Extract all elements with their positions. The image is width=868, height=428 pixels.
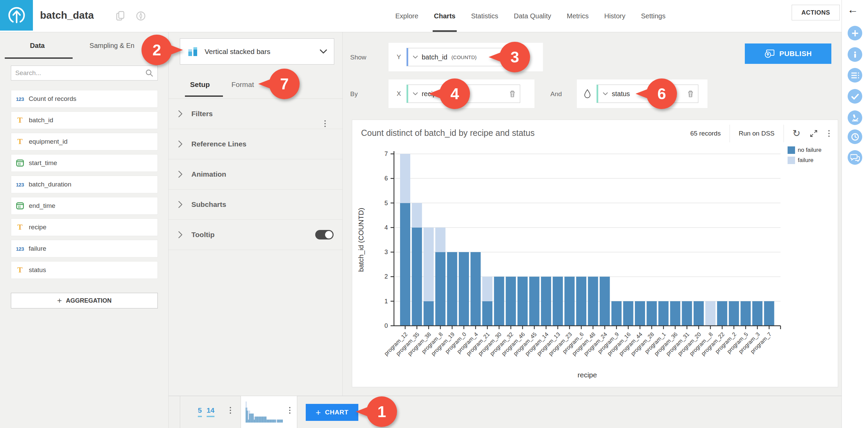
field-item-batch_duration[interactable]: 123batch_duration xyxy=(11,176,158,193)
legend-item[interactable]: no failure xyxy=(788,146,822,154)
nav-tab-data-quality[interactable]: Data Quality xyxy=(514,0,551,32)
sidebar-tab-sampling-en[interactable]: Sampling & En xyxy=(75,32,149,59)
search-box xyxy=(11,66,158,81)
color-dimension-pill[interactable]: status xyxy=(597,85,698,103)
tooltip-toggle[interactable] xyxy=(315,230,334,239)
nav-tab-history[interactable]: History xyxy=(604,0,625,32)
list-icon[interactable] xyxy=(848,68,862,83)
date-type-icon xyxy=(16,202,24,210)
publish-button[interactable]: PUBLISH xyxy=(745,43,831,64)
comments-icon[interactable] xyxy=(848,150,862,165)
plus-icon[interactable] xyxy=(848,26,862,40)
show-label: Show xyxy=(350,54,366,61)
text-type-icon: T xyxy=(16,223,24,232)
microscope-icon[interactable] xyxy=(848,110,862,125)
add-chart-button[interactable]: + CHART xyxy=(306,404,358,421)
copy-icon[interactable] xyxy=(116,11,125,22)
svg-text:2: 2 xyxy=(384,273,388,280)
section-animation[interactable]: Animation xyxy=(169,159,342,190)
field-item-status[interactable]: Tstatus xyxy=(11,261,158,279)
field-item-batch_id[interactable]: Tbatch_id xyxy=(11,111,158,129)
date-type-icon xyxy=(16,159,24,167)
section-reference-lines[interactable]: Reference Lines xyxy=(169,129,342,159)
field-label: equipment_id xyxy=(29,138,68,145)
y-axis-letter: Y xyxy=(397,53,401,61)
chart-menu-kebab-icon[interactable] xyxy=(827,129,831,138)
nav-tab-statistics[interactable]: Statistics xyxy=(471,0,498,32)
add-chart-label: CHART xyxy=(325,409,348,416)
chart-tabs-bar: 5 14 + CHART xyxy=(169,396,842,428)
field-item-end_time[interactable]: end_time xyxy=(11,197,158,215)
trash-icon[interactable] xyxy=(509,90,516,98)
droplet-icon xyxy=(584,89,591,99)
tab-format[interactable]: Format xyxy=(231,81,254,89)
nav-tab-charts[interactable]: Charts xyxy=(434,0,455,32)
and-label: And xyxy=(550,90,562,98)
section-label: Subcharts xyxy=(191,200,226,209)
compass-icon[interactable] xyxy=(136,11,146,22)
svg-text:5: 5 xyxy=(384,200,388,207)
x-dimension-value: recipe xyxy=(422,90,440,98)
legend-swatch xyxy=(788,157,795,164)
chart-tab-kebab-icon[interactable] xyxy=(228,406,232,415)
info-icon[interactable] xyxy=(848,47,862,62)
legend-label: no failure xyxy=(798,146,822,154)
field-label: batch_id xyxy=(29,117,53,124)
nav-tab-metrics[interactable]: Metrics xyxy=(567,0,588,32)
text-type-icon: T xyxy=(16,266,24,274)
add-aggregation-button[interactable]: + AGGREGATION xyxy=(11,293,158,308)
chart-type-selector[interactable]: Vertical stacked bars xyxy=(180,38,334,65)
publish-label: PUBLISH xyxy=(779,50,812,58)
section-label: Reference Lines xyxy=(191,140,246,148)
sidebar-tab-data[interactable]: Data xyxy=(0,32,75,59)
records-count: 65 records xyxy=(690,130,721,137)
chart-tab-numbers[interactable]: 5 14 xyxy=(198,406,214,417)
tab-setup[interactable]: Setup xyxy=(190,81,210,89)
search-icon xyxy=(145,69,153,77)
refresh-icon[interactable]: ↻ xyxy=(793,129,800,138)
field-item-equipment_id[interactable]: Tequipment_id xyxy=(11,133,158,150)
section-filters[interactable]: Filters xyxy=(169,99,342,129)
active-chart-tab[interactable] xyxy=(241,396,297,428)
check-icon[interactable] xyxy=(848,89,862,104)
legend-item[interactable]: failure xyxy=(788,157,822,164)
divider xyxy=(180,396,180,428)
section-label: Tooltip xyxy=(191,231,214,239)
data-sidebar: DataSampling & En 123Count of recordsTba… xyxy=(0,32,169,428)
text-type-icon: T xyxy=(16,137,24,146)
plus-icon: + xyxy=(316,407,321,418)
field-item-start_time[interactable]: start_time xyxy=(11,154,158,172)
divider xyxy=(784,125,784,142)
y-axis-box: Y batch_id (COUNTD) xyxy=(389,43,543,71)
run-on-dss-button[interactable]: Run on DSS xyxy=(739,130,775,137)
field-item-recipe[interactable]: Trecipe xyxy=(11,218,158,236)
chart-type-label: Vertical stacked bars xyxy=(205,48,314,56)
divider xyxy=(730,125,730,142)
stacked-bar-chart[interactable]: 01234567program_12program_35program_38pr… xyxy=(353,146,788,380)
collapse-arrow-icon[interactable]: ← xyxy=(847,3,858,16)
svg-text:7: 7 xyxy=(384,150,388,157)
actions-button[interactable]: ACTIONS xyxy=(792,5,840,20)
trash-icon[interactable] xyxy=(687,90,694,98)
aggregation-label: AGGREGATION xyxy=(66,297,112,304)
section-tooltip[interactable]: Tooltip xyxy=(169,220,342,250)
plus-icon: + xyxy=(57,296,62,305)
dataset-nav-tabs: ExploreChartsStatisticsData QualityMetri… xyxy=(395,0,665,32)
field-item-failure[interactable]: 123failure xyxy=(11,240,158,257)
nav-tab-settings[interactable]: Settings xyxy=(641,0,665,32)
chart-tab-kebab-icon[interactable] xyxy=(288,406,292,415)
dataset-logo[interactable] xyxy=(0,0,33,31)
chevron-right-icon xyxy=(178,140,183,148)
expand-icon[interactable] xyxy=(809,129,818,138)
section-label: Filters xyxy=(191,110,213,118)
y-measure-pill[interactable]: batch_id (COUNTD) xyxy=(407,48,526,66)
sidebar-tabs: DataSampling & En xyxy=(0,32,168,59)
search-input[interactable] xyxy=(11,69,145,77)
section-subcharts[interactable]: Subcharts xyxy=(169,190,342,220)
nav-tab-explore[interactable]: Explore xyxy=(395,0,418,32)
field-item-count-of-records[interactable]: 123Count of records xyxy=(11,90,158,108)
svg-text:1: 1 xyxy=(384,298,388,305)
numeric-type-icon: 123 xyxy=(16,246,24,252)
clock-icon[interactable] xyxy=(848,129,862,144)
x-dimension-pill[interactable]: recipe xyxy=(407,85,520,103)
